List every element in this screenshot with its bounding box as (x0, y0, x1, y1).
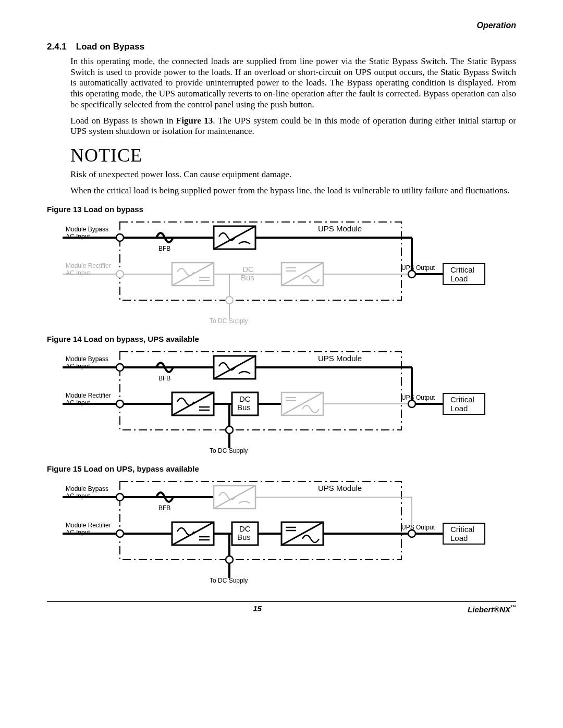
svg-point-51 (116, 493, 124, 501)
label-to-dc-supply: To DC Supply (210, 448, 248, 455)
footer-brand: Liebert®NX™ (468, 604, 516, 614)
section-number: 2.4.1 (47, 42, 67, 52)
label-module-rectifier: Module Rectifier (66, 392, 111, 400)
label-ups-output: UPS Output (401, 265, 435, 272)
label-to-dc-supply: To DC Supply (210, 577, 248, 585)
label-module-rectifier: Module Rectifier (66, 522, 111, 529)
label-bus: Bus (241, 273, 254, 282)
figure-13-diagram: UPS Module Module Bypass AC Input Module… (47, 217, 516, 326)
label-ups-output: UPS Output (401, 394, 435, 402)
label-bus: Bus (237, 403, 251, 412)
label-ac-input-2: AC Input (66, 400, 90, 407)
section-title: Load on Bypass (76, 42, 144, 52)
label-ac-input-2: AC Input (66, 270, 90, 277)
svg-point-7 (116, 270, 124, 278)
svg-point-8 (226, 297, 233, 304)
label-bfb: BFB (158, 245, 170, 253)
label-dc: DC (239, 394, 251, 403)
figure-15-caption: Figure 15 Load on UPS, bypass available (47, 464, 516, 473)
label-load: Load (450, 274, 468, 283)
svg-point-53 (226, 556, 233, 563)
label-load: Load (450, 534, 468, 542)
label-bfb: BFB (158, 505, 170, 512)
figure-14-caption: Figure 14 Load on bypass, UPS available (47, 335, 516, 343)
label-load: Load (450, 404, 468, 413)
label-dc: DC (242, 265, 254, 274)
page-footer: 15 Liebert®NX™ (47, 601, 516, 614)
label-module-bypass: Module Bypass (66, 226, 108, 233)
svg-point-29 (116, 364, 124, 371)
figure-15-diagram: UPS Module Module Bypass AC Input Module… (47, 476, 516, 586)
notice-title: NOTICE (70, 144, 516, 166)
label-module-bypass: Module Bypass (66, 356, 108, 363)
label-to-dc-supply: To DC Supply (210, 318, 248, 325)
label-critical: Critical (450, 395, 474, 404)
svg-point-31 (226, 426, 233, 434)
svg-point-52 (116, 530, 124, 537)
label-ups-module: UPS Module (318, 484, 362, 492)
notice-line-2: When the critical load is being supplied… (70, 186, 516, 196)
label-ups-output: UPS Output (401, 524, 435, 532)
para2-figref: Figure 13 (176, 116, 213, 126)
label-ac-input-2: AC Input (66, 529, 90, 537)
label-ups-module: UPS Module (318, 224, 362, 233)
notice-line-1: Risk of unexpected power loss. Can cause… (70, 169, 516, 180)
label-critical: Critical (450, 265, 474, 274)
label-bfb: BFB (158, 375, 170, 382)
label-bus: Bus (237, 533, 251, 541)
label-ups-module: UPS Module (318, 354, 362, 363)
paragraph-1: In this operating mode, the connected lo… (70, 56, 516, 110)
paragraph-2: Load on Bypass is shown in Figure 13. Th… (70, 116, 516, 137)
label-module-bypass: Module Bypass (66, 486, 108, 493)
label-ac-input-1: AC Input (66, 363, 90, 371)
section-heading: 2.4.1Load on Bypass (47, 42, 516, 52)
footer-page-number: 15 (253, 604, 262, 614)
label-dc: DC (239, 524, 251, 533)
svg-point-6 (116, 234, 124, 241)
label-ac-input-1: AC Input (66, 493, 90, 500)
svg-rect-10 (154, 228, 175, 247)
label-critical: Critical (450, 525, 474, 534)
para2-text-a: Load on Bypass is shown in (70, 116, 176, 126)
figure-13-caption: Figure 13 Load on bypass (47, 205, 516, 214)
label-ac-input-1: AC Input (66, 233, 90, 241)
svg-point-30 (116, 400, 124, 408)
page-header-section: Operation (47, 21, 516, 30)
figure-14-diagram: UPS Module Module Bypass AC Input Module… (47, 347, 516, 456)
label-module-rectifier: Module Rectifier (66, 263, 111, 270)
